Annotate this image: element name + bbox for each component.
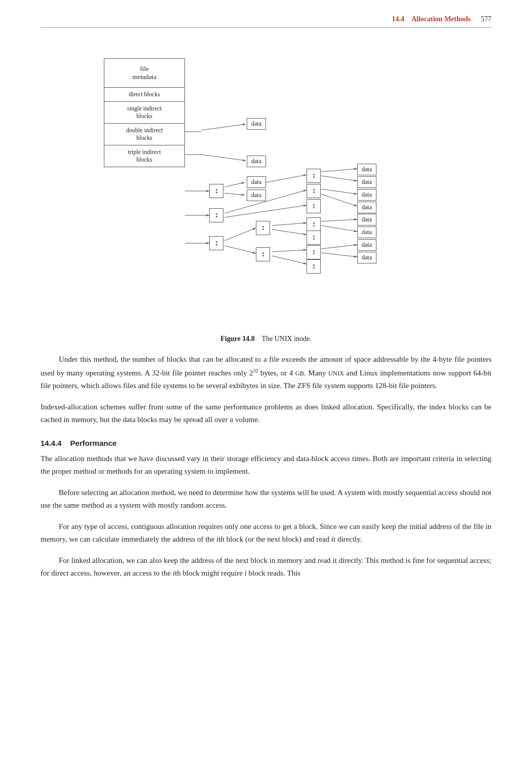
- svg-line-9: [321, 176, 357, 181]
- body-paragraph-1: The allocation methods that we have disc…: [41, 452, 491, 478]
- data-double-2: data: [357, 202, 376, 213]
- data-single-1: data: [247, 176, 266, 188]
- indirect-triple-m2: [256, 247, 270, 261]
- svg-line-22: [321, 219, 357, 221]
- header-section-title: Allocation Methods: [411, 15, 471, 23]
- indirect-double: [209, 208, 223, 222]
- svg-line-24: [321, 245, 357, 249]
- data-triple-3: data: [357, 239, 376, 251]
- svg-line-2: [201, 124, 246, 130]
- inode-double: double indirectblocks: [104, 124, 184, 145]
- indirect-triple-r4: [307, 259, 321, 274]
- figure-label: Figure 14.8: [220, 335, 254, 343]
- body-paragraph-2: Before selecting an allocation method, w…: [41, 486, 491, 512]
- paragraph-1: Under this method, the number of blocks …: [41, 353, 491, 393]
- page-header: 14.4 Allocation Methods 577: [41, 15, 491, 28]
- svg-line-7: [266, 175, 307, 182]
- paragraph-2: Indexed-allocation schemes suffer from s…: [41, 401, 491, 427]
- data-direct-1: data: [247, 118, 266, 130]
- data-triple-4: data: [357, 252, 376, 263]
- svg-line-17: [224, 246, 256, 253]
- indirect-triple: [209, 236, 223, 250]
- inode-direct: direct blocks: [104, 88, 184, 102]
- svg-line-3: [201, 155, 246, 161]
- figure-caption: Figure 14.8 The UNIX inode.: [220, 335, 312, 343]
- indirect-single: [209, 184, 223, 198]
- indirect-triple-r2: [307, 231, 321, 245]
- svg-line-5: [224, 182, 245, 187]
- body-paragraph-4: For linked allocation, we can also keep …: [41, 554, 491, 580]
- header-section-num: 14.4: [392, 15, 404, 23]
- indirect-triple-r3: [307, 245, 321, 259]
- data-triple-1: data: [357, 214, 376, 225]
- indirect-double-m1: [307, 184, 321, 198]
- subsection-num: 14.4.4: [41, 439, 62, 447]
- data-single-r2: data: [357, 176, 376, 188]
- data-single-2: data: [247, 189, 266, 201]
- svg-line-19: [272, 230, 307, 235]
- svg-line-18: [272, 223, 307, 225]
- inode-box: filemetadata direct blocks single indire…: [104, 58, 185, 167]
- data-single-r1: data: [357, 164, 376, 175]
- indirect-double-m2: [307, 199, 321, 213]
- page-container: 14.4 Allocation Methods 577: [0, 0, 532, 619]
- svg-line-25: [321, 253, 357, 257]
- data-double-1: data: [357, 189, 376, 201]
- header-page: 577: [481, 15, 491, 23]
- diagram: filemetadata direct blocks single indire…: [89, 43, 443, 327]
- figure-caption-text: The UNIX inode.: [261, 335, 311, 343]
- indirect-single-r: [307, 169, 321, 183]
- svg-line-23: [321, 225, 357, 232]
- svg-line-14: [321, 194, 357, 206]
- svg-line-8: [321, 169, 357, 172]
- subsection-title: Performance: [70, 439, 117, 447]
- svg-line-6: [224, 193, 245, 195]
- data-direct-2: data: [247, 156, 266, 167]
- svg-line-13: [321, 189, 357, 194]
- figure-container: filemetadata direct blocks single indire…: [41, 43, 491, 343]
- svg-line-21: [272, 256, 307, 264]
- svg-line-12: [224, 205, 307, 217]
- header-section: 14.4 Allocation Methods: [392, 15, 471, 23]
- indirect-triple-m1: [256, 221, 270, 235]
- subsection-heading: 14.4.4 Performance: [41, 439, 491, 447]
- inode-metadata: filemetadata: [104, 59, 184, 88]
- indirect-triple-r1: [307, 217, 321, 232]
- inode-triple: triple indirectblocks: [104, 145, 184, 167]
- body-paragraph-3: For any type of access, contiguous alloc…: [41, 520, 491, 546]
- svg-line-16: [224, 228, 256, 241]
- data-triple-2: data: [357, 226, 376, 238]
- inode-single: single indirectblocks: [104, 102, 184, 124]
- svg-line-20: [272, 250, 307, 252]
